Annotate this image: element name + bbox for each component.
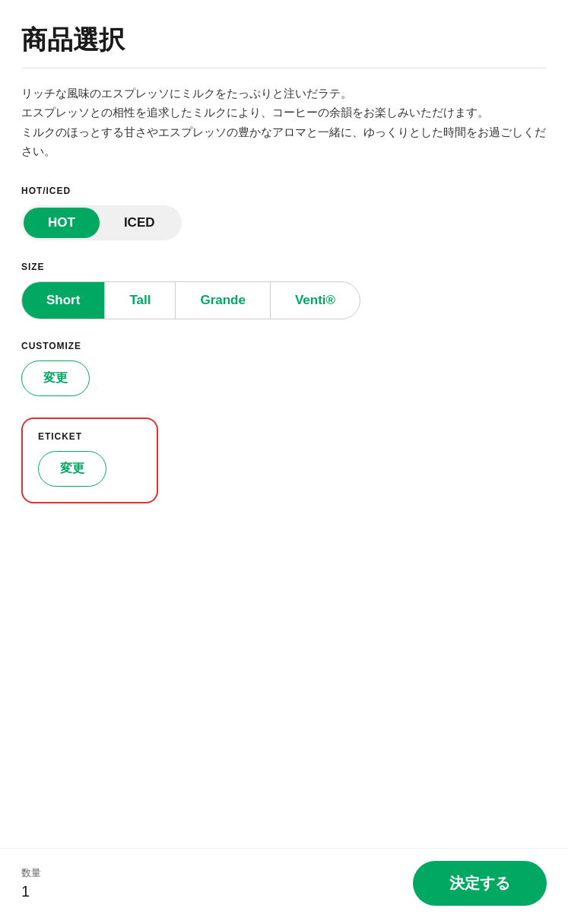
quantity-value: 1 [21,883,41,900]
size-tall[interactable]: Tall [105,282,176,319]
customize-label: CUSTOMIZE [21,341,547,351]
size-label: SIZE [21,262,547,272]
hot-iced-label: HOT/ICED [21,186,547,196]
eticket-button[interactable]: 変更 [38,451,106,487]
confirm-button[interactable]: 決定する [413,861,547,906]
title-divider [21,68,547,68]
eticket-section: ETICKET 変更 [21,418,158,503]
size-venti[interactable]: Venti® [271,282,360,319]
hot-iced-toggle: HOT ICED [21,205,182,240]
iced-option[interactable]: ICED [100,208,179,238]
customize-section: CUSTOMIZE 変更 [21,341,547,396]
size-short[interactable]: Short [22,282,105,319]
size-grande[interactable]: Grande [176,282,271,319]
hot-iced-section: HOT/ICED HOT ICED [21,186,547,240]
size-selector: Short Tall Grande Venti® [21,281,360,319]
size-section: SIZE Short Tall Grande Venti® [21,262,547,319]
page-title: 商品選択 [21,24,547,56]
hot-option[interactable]: HOT [24,208,100,238]
product-description: リッチな風味のエスプレッソにミルクをたっぷりと注いだラテ。エスプレッソとの相性を… [21,84,547,161]
bottom-bar: 数量 1 決定する [0,848,568,924]
customize-button[interactable]: 変更 [21,360,90,396]
quantity-section: 数量 1 [21,866,41,900]
eticket-label: ETICKET [38,431,141,442]
quantity-label: 数量 [21,866,41,880]
